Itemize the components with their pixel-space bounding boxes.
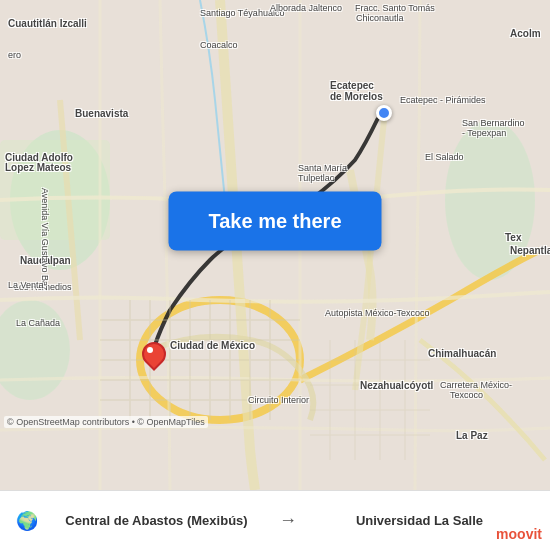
destination-marker bbox=[376, 105, 392, 121]
label-nepantla: Nepantla bbox=[510, 245, 550, 256]
label-lapaz: La Paz bbox=[456, 430, 488, 441]
label-ciudadmex: Ciudad de México bbox=[170, 340, 255, 351]
label-lacanada: La Cañada bbox=[16, 318, 60, 328]
label-tulpetlac: Tulpetlac bbox=[298, 173, 334, 183]
label-buenavista: Buenavista bbox=[75, 108, 128, 119]
label-neza: Nezahualcóyotl bbox=[360, 380, 433, 391]
label-santamaria: Santa María bbox=[298, 163, 347, 173]
moovit-logo: moovit bbox=[496, 526, 542, 542]
label-lero: ero bbox=[8, 50, 21, 60]
route-osm-logo: 🌍 bbox=[16, 510, 38, 532]
label-demorelos: de Morelos bbox=[330, 91, 383, 102]
label-sanbernardino: San Bernardino bbox=[462, 118, 525, 128]
label-viagustavobaz: Avenida Vía Gustavo Baz bbox=[40, 188, 50, 290]
label-ecatepec: Ecatepec bbox=[330, 80, 374, 91]
map-container: Cuautitlán Izcalli Santiago Téyahualco A… bbox=[0, 0, 550, 490]
take-me-there-button[interactable]: Take me there bbox=[168, 191, 381, 250]
label-fracc: Fracc. Santo Tomás bbox=[355, 3, 435, 13]
label-acolm: Acolm bbox=[510, 28, 541, 39]
label-carreteratexcoco: Carretera México- bbox=[440, 380, 512, 390]
label-coacalco: Coacalco bbox=[200, 40, 238, 50]
route-from-label: Central de Abastos (Mexibús) bbox=[42, 513, 271, 528]
route-arrow: → bbox=[279, 510, 297, 531]
label-piramides: Ecatepec - Pirámides bbox=[400, 95, 486, 105]
origin-marker bbox=[142, 342, 162, 370]
map-attribution: © OpenStreetMap contributors • © OpenMap… bbox=[4, 416, 208, 428]
label-circuito: Circuito Interior bbox=[248, 395, 309, 405]
label-tepexpan: - Tepexpan bbox=[462, 128, 506, 138]
label-tex: Tex bbox=[505, 232, 522, 243]
label-autopista: Autopista México-Texcoco bbox=[325, 308, 430, 318]
label-laventa: La Venta bbox=[8, 280, 44, 290]
label-carreteratexcoco2: Texcoco bbox=[450, 390, 483, 400]
label-chiconautla: Chiconautla bbox=[356, 13, 404, 23]
label-chimalhuacan: Chimalhuacán bbox=[428, 348, 496, 359]
label-lopezmateos: Lopez Mateos bbox=[5, 162, 71, 173]
label-cuautitlan: Cuautitlán Izcalli bbox=[8, 18, 87, 29]
bottom-bar: 🌍 Central de Abastos (Mexibús) → Univers… bbox=[0, 490, 550, 550]
label-elsalado: El Salado bbox=[425, 152, 464, 162]
label-alborada: Alborada Jaltenco bbox=[270, 3, 342, 13]
